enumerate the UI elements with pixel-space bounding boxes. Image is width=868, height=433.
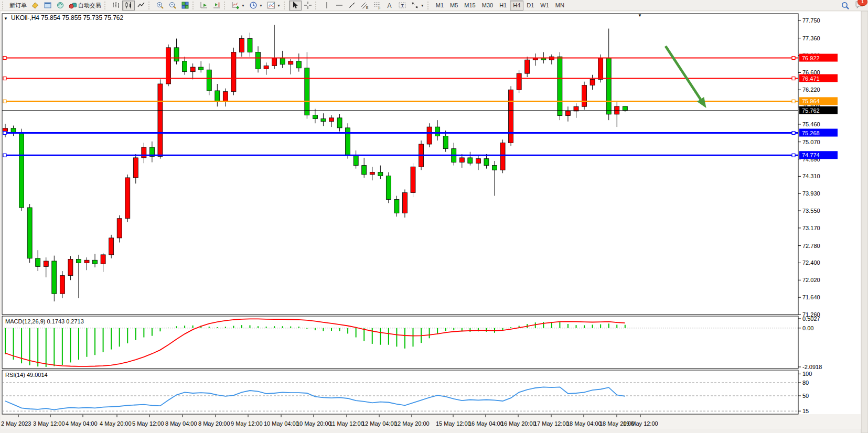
hline-anchor[interactable] — [792, 77, 795, 80]
svg-text:8 May 04:00: 8 May 04:00 — [165, 420, 197, 427]
cursor-button[interactable] — [289, 1, 302, 10]
zoom-in-button[interactable] — [154, 1, 166, 10]
svg-text:0.00: 0.00 — [802, 325, 813, 331]
toolbar-grip[interactable] — [2, 2, 5, 9]
hline-anchor[interactable] — [792, 57, 795, 60]
candlestick-button[interactable] — [122, 1, 135, 10]
toolbar-grip[interactable] — [148, 2, 152, 9]
svg-text:77.360: 77.360 — [802, 35, 820, 41]
hline-anchor[interactable] — [3, 132, 6, 135]
svg-text:3 May 12:00: 3 May 12:00 — [33, 420, 65, 427]
mt4-window: { "toolbar": { "new_order": "新订单", "auto… — [0, 0, 868, 433]
chat-button[interactable]: 1 — [855, 0, 864, 11]
svg-text:50: 50 — [802, 393, 809, 399]
line-chart-icon — [137, 1, 145, 9]
timeframe-h1-button[interactable]: H1 — [496, 1, 510, 10]
fibonacci-button[interactable]: F — [371, 1, 383, 10]
hline-anchor[interactable] — [3, 100, 6, 103]
hline-anchor[interactable] — [792, 100, 795, 103]
charts-window-button[interactable] — [41, 1, 54, 10]
toolbar-right: 1 — [839, 0, 864, 11]
vertical-line-icon — [323, 1, 331, 9]
tile-windows-button[interactable] — [179, 1, 191, 10]
cursor-icon — [291, 1, 299, 9]
templates-dropdown-caret[interactable]: ▼ — [277, 4, 281, 7]
svg-text:75.762: 75.762 — [802, 107, 820, 114]
timeframe-m5-button[interactable]: M5 — [447, 1, 461, 10]
equidistant-channel-button[interactable]: E — [358, 1, 371, 10]
timeframe-w1-button[interactable]: W1 — [537, 1, 552, 10]
toolbar-grip[interactable] — [192, 2, 196, 9]
autotrading-icon — [69, 1, 77, 9]
hline-anchor[interactable] — [792, 132, 795, 135]
charts-window-icon — [44, 1, 52, 9]
svg-text:19 May 12:00: 19 May 12:00 — [623, 420, 658, 427]
indicators-button[interactable]: ▼ — [229, 1, 247, 10]
chart-area[interactable]: 77.75077.36076.98076.60076.22075.84075.4… — [0, 11, 868, 433]
trendline-button[interactable] — [346, 1, 358, 10]
timeframe-m30-button[interactable]: M30 — [479, 1, 496, 10]
right-scrollbar[interactable] — [861, 11, 868, 433]
svg-text:76.220: 76.220 — [802, 86, 820, 93]
refresh-button[interactable] — [54, 1, 67, 10]
toolbar-grip[interactable] — [315, 2, 318, 9]
indicators-dropdown-caret[interactable]: ▼ — [241, 4, 245, 7]
svg-text:2 May 2023: 2 May 2023 — [1, 420, 31, 427]
periods-button[interactable]: ▼ — [247, 1, 265, 10]
templates-button[interactable]: ▼ — [265, 1, 283, 10]
periods-dropdown-caret[interactable]: ▼ — [259, 4, 263, 7]
line-chart-button[interactable] — [135, 1, 147, 10]
chart-shift-button[interactable] — [210, 1, 223, 10]
svg-text:74.310: 74.310 — [802, 173, 820, 179]
svg-text:16 May 04:00: 16 May 04:00 — [468, 420, 503, 427]
svg-text:76.471: 76.471 — [802, 75, 820, 82]
new-order-button[interactable]: 新订单 — [7, 1, 29, 10]
toolbar-grip[interactable] — [104, 2, 108, 9]
crosshair-button[interactable] — [302, 1, 314, 10]
toolbar-grip[interactable] — [427, 2, 431, 9]
timeframe-d1-button[interactable]: D1 — [523, 1, 537, 10]
rsi-label: RSI(14) 49.0014 — [5, 372, 48, 378]
hline-anchor[interactable] — [3, 154, 6, 157]
text-label-button[interactable]: T — [396, 1, 409, 10]
hline-anchor[interactable] — [3, 77, 6, 80]
profile-icon — [31, 1, 39, 9]
timeframe-h4-button[interactable]: H4 — [510, 1, 523, 10]
timeframe-m1-button[interactable]: M1 — [433, 1, 447, 10]
oneclick-collapse-arrow[interactable]: ▼ — [4, 16, 8, 21]
autotrading-button[interactable]: 自动交易 — [67, 1, 103, 10]
rsi-pane[interactable] — [2, 370, 798, 414]
timeframe-mn-button[interactable]: MN — [552, 1, 567, 10]
text-label-icon: T — [398, 1, 406, 9]
toolbar-grip[interactable] — [284, 2, 287, 9]
svg-text:11 May 12:00: 11 May 12:00 — [329, 420, 364, 427]
macd-label: MACD(12,26,9) 0.1743 0.2713 — [5, 318, 84, 324]
toolbar-grip[interactable] — [224, 2, 227, 9]
svg-text:12 May 04:00: 12 May 04:00 — [362, 420, 397, 427]
zoom-in-icon — [156, 1, 164, 9]
hline-anchor[interactable] — [792, 154, 795, 157]
arrows-dropdown-caret[interactable]: ▼ — [421, 4, 424, 7]
auto-scroll-button[interactable] — [198, 1, 210, 10]
vertical-line-button[interactable] — [320, 1, 333, 10]
timeframe-m15-button[interactable]: M15 — [461, 1, 478, 10]
arrows-button[interactable]: ▼ — [409, 1, 426, 10]
main-pane[interactable] — [2, 14, 798, 315]
profile-button[interactable] — [29, 1, 41, 10]
svg-text:80: 80 — [802, 380, 809, 386]
zoom-out-icon — [168, 1, 177, 9]
trendline-icon — [348, 1, 356, 9]
svg-text:72.780: 72.780 — [802, 243, 820, 249]
svg-text:75.070: 75.070 — [802, 139, 820, 145]
svg-text:4 May 04:00: 4 May 04:00 — [66, 420, 98, 427]
notification-badge[interactable]: 1 — [858, 0, 867, 6]
horizontal-line-button[interactable] — [333, 1, 346, 10]
text-button[interactable]: A — [383, 1, 396, 10]
search-button[interactable] — [839, 1, 852, 10]
hline-anchor[interactable] — [3, 57, 6, 60]
svg-text:5 May 12:00: 5 May 12:00 — [132, 420, 164, 427]
zoom-out-button[interactable] — [166, 1, 179, 10]
bar-chart-button[interactable] — [110, 1, 122, 10]
macd-pane[interactable] — [2, 316, 798, 369]
timeframe-bar: M1M5M15M30H1H4D1W1MN — [433, 1, 567, 10]
